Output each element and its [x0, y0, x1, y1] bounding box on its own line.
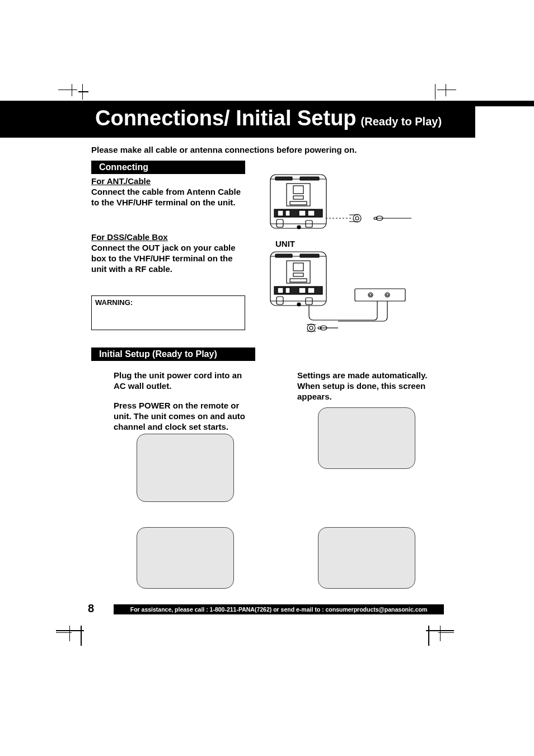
- ant-cable-body: Connect the cable from Antenn Cable to t…: [91, 187, 248, 208]
- warning-box: WARNING:: [91, 295, 245, 330]
- svg-point-42: [318, 327, 321, 329]
- screen-placeholder-1: [137, 434, 234, 502]
- svg-point-15: [353, 214, 361, 222]
- svg-rect-29: [299, 288, 306, 293]
- diagram-ant-cable: [268, 171, 419, 233]
- svg-point-39: [307, 324, 315, 332]
- dss-heading: For DSS/Cable Box: [91, 232, 168, 243]
- svg-rect-27: [278, 288, 283, 293]
- svg-rect-30: [308, 288, 315, 293]
- svg-point-36: [369, 294, 372, 296]
- warning-label: WARNING:: [95, 298, 133, 307]
- svg-rect-31: [277, 297, 283, 304]
- step-settings-done: Settings are made automatically. When se…: [297, 370, 432, 402]
- svg-rect-5: [293, 196, 303, 199]
- step-press-power: Press POWER on the remote or unit. The u…: [114, 401, 259, 432]
- title-main: Connections/ Initial Setup: [95, 106, 357, 130]
- svg-rect-11: [308, 210, 315, 216]
- svg-point-35: [368, 293, 373, 297]
- diagram-dss-box: [268, 248, 424, 338]
- svg-rect-4: [293, 186, 303, 194]
- screen-placeholder-3: [137, 527, 234, 589]
- footer-text: For assistance, please call : 1-800-211-…: [130, 606, 428, 613]
- svg-point-37: [385, 293, 390, 297]
- svg-rect-23: [293, 263, 303, 271]
- footer-bar: For assistance, please call : 1-800-211-…: [114, 604, 444, 614]
- svg-rect-9: [285, 210, 290, 216]
- svg-rect-10: [299, 210, 306, 216]
- screen-placeholder-2: [318, 407, 415, 469]
- header-stripe: [0, 101, 534, 106]
- intro-text: Please make all cable or antenna connect…: [91, 145, 357, 156]
- svg-rect-20: [275, 254, 292, 257]
- svg-rect-8: [278, 210, 283, 216]
- step-plug-cord: Plug the unit power cord into an AC wall…: [114, 370, 254, 392]
- svg-point-32: [297, 303, 301, 306]
- svg-point-13: [297, 226, 301, 229]
- svg-rect-28: [285, 288, 290, 293]
- svg-point-16: [355, 217, 359, 220]
- title-suffix: (Ready to Play): [361, 115, 442, 128]
- svg-rect-2: [300, 177, 319, 180]
- page-title: Connections/ Initial Setup (Ready to Pla…: [56, 106, 475, 138]
- svg-rect-21: [300, 254, 319, 257]
- svg-point-38: [386, 294, 388, 296]
- svg-point-40: [310, 326, 313, 330]
- svg-rect-1: [275, 177, 292, 180]
- dss-body: Connect the OUT jack on your cable box t…: [91, 243, 242, 274]
- section-connecting: Connecting: [91, 161, 245, 174]
- header-left-block: [0, 106, 56, 138]
- unit-label: UNIT: [275, 239, 295, 248]
- svg-point-18: [374, 217, 377, 219]
- ant-cable-heading: For ANT./Cable: [91, 176, 151, 187]
- svg-rect-12: [277, 219, 283, 227]
- page-number: 8: [88, 602, 94, 615]
- svg-rect-6: [290, 201, 307, 205]
- svg-rect-25: [290, 279, 307, 282]
- svg-rect-24: [293, 273, 303, 276]
- svg-rect-34: [355, 289, 405, 301]
- section-initial-setup: Initial Setup (Ready to Play): [91, 348, 255, 361]
- screen-placeholder-4: [318, 527, 415, 589]
